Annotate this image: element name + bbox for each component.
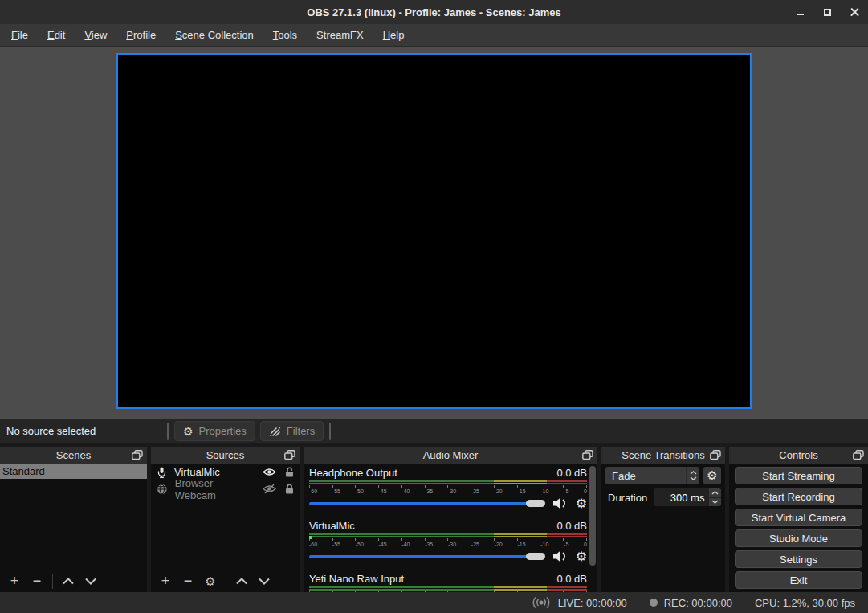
tick-label: -35 xyxy=(425,541,433,548)
window-controls xyxy=(795,0,860,24)
source-up-button[interactable] xyxy=(230,572,253,591)
controls-panel: Controls Start Streaming Start Recording… xyxy=(729,447,868,592)
tick-label: -55 xyxy=(332,541,340,548)
cpu-fps-label: CPU: 1.2%, 30.00 fps xyxy=(755,597,855,609)
sources-panel: Sources VirtualMic xyxy=(151,447,300,592)
menu-tools[interactable]: Tools xyxy=(263,25,307,45)
start-recording-button[interactable]: Start Recording xyxy=(735,488,862,505)
filters-button-label: Filters xyxy=(287,425,315,437)
scene-down-button[interactable] xyxy=(79,572,102,591)
tick-label: -35 xyxy=(425,488,433,495)
mixer-channel-yeti-nano: Yeti Nano Raw Input 0.0 dB -60-55-50-45-… xyxy=(309,572,587,592)
tick-label: -30 xyxy=(448,488,456,495)
channel-settings-gear-icon[interactable]: ⚙ xyxy=(576,497,587,510)
menu-file[interactable]: File xyxy=(2,25,38,45)
chevron-down-icon xyxy=(690,476,697,480)
tick-label: -10 xyxy=(540,488,548,495)
menu-streamfx[interactable]: StreamFX xyxy=(307,25,373,45)
start-virtual-camera-button[interactable]: Start Virtual Camera xyxy=(735,509,862,526)
duration-value: 300 ms xyxy=(670,492,705,504)
remove-scene-button[interactable]: − xyxy=(26,572,48,591)
source-item-browser-webcam[interactable]: Browser Webcam xyxy=(151,480,300,497)
controls-panel-title: Controls xyxy=(779,449,817,461)
meter-scale: -60-55-50-45-40-35-30-25-20-15-10-50 xyxy=(309,488,587,495)
mixer-channel-headphone-output: Headphone Output 0.0 dB -60-55-50-45-40-… xyxy=(309,466,587,509)
tick-label: -60 xyxy=(309,488,317,495)
toolbar-separator xyxy=(167,423,169,440)
start-streaming-button[interactable]: Start Streaming xyxy=(735,467,862,484)
channel-level: 0.0 dB xyxy=(556,520,587,532)
remove-source-button[interactable]: − xyxy=(177,572,199,591)
menu-help[interactable]: Help xyxy=(373,25,414,45)
duration-spinbox[interactable]: 300 ms xyxy=(654,488,721,506)
scene-item-standard[interactable]: Standard xyxy=(0,464,147,479)
add-source-button[interactable]: + xyxy=(154,572,177,591)
lock-open-icon[interactable] xyxy=(285,484,294,494)
tick-label: -40 xyxy=(401,488,410,495)
scene-transitions-panel: Scene Transitions Fade ⚙ xyxy=(601,447,725,592)
duration-label: Duration xyxy=(608,492,647,504)
volume-slider-track[interactable] xyxy=(309,502,533,505)
tick-label: -40 xyxy=(401,541,410,548)
mixer-scrollbar[interactable] xyxy=(589,466,596,566)
exit-button[interactable]: Exit xyxy=(735,571,862,589)
menu-edit[interactable]: Edit xyxy=(38,25,75,45)
filters-button[interactable]: Filters xyxy=(260,421,324,441)
tick-label: 0 xyxy=(584,488,587,495)
transition-properties-button[interactable]: ⚙ xyxy=(703,467,721,484)
preview-canvas[interactable] xyxy=(116,53,752,409)
settings-button[interactable]: Settings xyxy=(735,550,862,568)
studio-mode-button[interactable]: Studio Mode xyxy=(735,529,862,547)
dock-area: Scenes Standard + − xyxy=(0,443,868,592)
scene-up-button[interactable] xyxy=(57,572,79,591)
lock-open-icon[interactable] xyxy=(285,467,294,477)
speaker-icon[interactable] xyxy=(552,497,568,509)
duration-increase-button[interactable] xyxy=(709,488,721,497)
channel-level: 0.0 dB xyxy=(556,573,587,585)
properties-button-label: Properties xyxy=(199,425,247,437)
source-properties-button[interactable]: ⚙ xyxy=(199,572,222,591)
volume-slider-handle[interactable] xyxy=(526,500,545,507)
menu-scene-collection[interactable]: Scene Collection xyxy=(165,25,263,45)
maximize-button[interactable] xyxy=(822,7,833,18)
channel-settings-gear-icon[interactable]: ⚙ xyxy=(576,550,587,563)
menu-view[interactable]: View xyxy=(75,25,116,45)
menu-profile[interactable]: Profile xyxy=(116,25,165,45)
close-icon xyxy=(850,8,859,17)
volume-slider-handle[interactable] xyxy=(526,553,545,560)
source-item-actions xyxy=(263,484,294,494)
volume-slider[interactable] xyxy=(309,552,545,561)
toolbar-separator xyxy=(226,574,226,589)
close-button[interactable] xyxy=(850,7,860,18)
tick-label: -60 xyxy=(309,541,317,548)
transition-select[interactable]: Fade xyxy=(605,467,699,484)
volume-slider-track[interactable] xyxy=(309,555,533,558)
visibility-off-icon[interactable] xyxy=(263,484,276,494)
volume-meter xyxy=(309,480,587,484)
chevron-up-icon xyxy=(235,578,248,585)
source-down-button[interactable] xyxy=(253,572,275,591)
duration-decrease-button[interactable] xyxy=(709,498,721,507)
popout-icon xyxy=(853,450,864,460)
sources-toolbar: + − ⚙ xyxy=(151,570,300,592)
scenes-panel: Scenes Standard + − xyxy=(0,447,147,592)
tick-label: -55 xyxy=(332,488,340,495)
tick-label: -50 xyxy=(356,541,364,548)
popout-icon xyxy=(582,450,593,460)
chevron-up-icon xyxy=(62,578,75,585)
add-scene-button[interactable]: + xyxy=(3,572,26,591)
rec-status: REC: 00:00:00 xyxy=(650,597,732,609)
properties-button[interactable]: ⚙ Properties xyxy=(174,421,255,441)
combo-spinner[interactable] xyxy=(686,467,699,484)
speaker-icon[interactable] xyxy=(552,550,568,562)
minimize-button[interactable] xyxy=(795,7,805,18)
sources-panel-title: Sources xyxy=(206,449,245,461)
globe-icon xyxy=(157,484,168,495)
meter-scale: -60-55-50-45-40-35-30-25-20-15-10-50 xyxy=(309,541,587,548)
tick-label: -10 xyxy=(540,541,548,548)
sources-panel-header: Sources xyxy=(151,447,300,464)
volume-slider[interactable] xyxy=(309,499,545,508)
minimize-icon xyxy=(797,14,804,15)
gear-icon: ⚙ xyxy=(183,426,194,437)
visibility-on-icon[interactable] xyxy=(263,468,276,476)
